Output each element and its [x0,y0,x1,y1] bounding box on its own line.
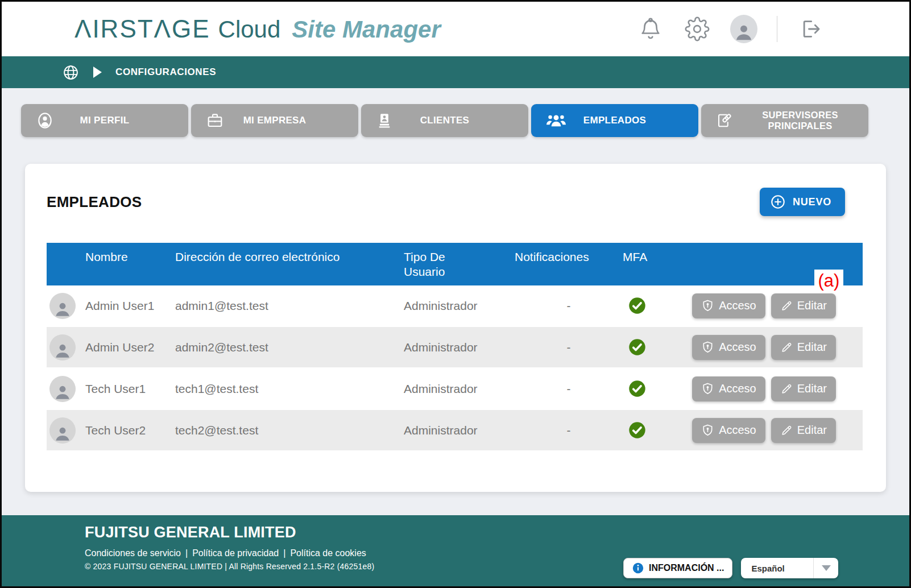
table-row: Admin User2 admin2@test.test Administrad… [47,327,863,368]
cell-email: tech2@test.test [175,424,404,437]
cell-notifications: - [515,299,623,313]
privacy-link[interactable]: Política de privacidad [192,548,279,558]
table-row: Tech User2 tech2@test.test Administrador… [47,410,863,452]
employees-table: Nombre Dirección de correo electrónico T… [47,243,863,452]
employees-card: EMPLEADOS NUEVO Nombre Dirección de corr… [25,164,886,492]
avatar [730,15,757,43]
row-avatar [49,376,76,402]
mfa-check-icon [628,338,646,356]
row-avatar [49,417,76,444]
cell-mfa [623,338,699,356]
breadcrumb-arrow-icon [93,67,102,78]
cell-mfa [623,297,699,314]
table-header-row: Nombre Dirección de correo electrónico T… [47,243,863,285]
id-card-icon [376,112,393,129]
app-window: ΛIRSTΛGE Cloud Site Manager [0,0,911,588]
logout-icon[interactable] [797,15,824,43]
mfa-check-icon [628,380,646,397]
link-separator: | [185,548,188,558]
footer-links: Condiciones de servicio | Política de pr… [85,548,909,558]
logo-cloud: Cloud [218,16,281,43]
language-caret-box[interactable] [813,558,838,578]
section-tabs: MI PERFIL MI EMPRESA [2,88,909,137]
cell-actions: Acceso Editar [699,376,863,401]
footer-company-logo: FUJITSU GENERAL LIMITED [85,524,909,541]
edit-button[interactable]: Editar [771,293,836,318]
cell-mfa [623,421,699,439]
notifications-bell-icon[interactable] [637,15,664,43]
user-avatar[interactable] [730,15,757,43]
info-icon [632,562,644,574]
briefcase-icon [206,111,224,130]
row-avatar [49,293,76,319]
access-label: Acceso [719,299,756,312]
footer-controls: INFORMACIÓN ... Español [623,558,838,578]
information-label: INFORMACIÓN ... [649,563,724,573]
globe-icon[interactable] [62,64,80,81]
person-icon [732,20,755,43]
shield-icon [701,424,714,437]
link-edit-icon [716,112,734,130]
page-footer: FUJITSU GENERAL LIMITED Condiciones de s… [2,515,909,586]
top-header: ΛIRSTΛGE Cloud Site Manager [2,2,909,56]
cell-notifications: - [515,382,623,396]
cell-user-type: Administrador [404,382,515,396]
edit-button[interactable]: Editar [771,335,836,360]
new-button-label: NUEVO [793,196,831,208]
breadcrumb: CONFIGURACIONES [2,56,909,88]
col-mfa: MFA [623,243,699,285]
access-button[interactable]: Acceso [692,418,765,443]
pencil-icon [780,300,793,312]
access-label: Acceso [719,424,756,437]
mfa-check-icon [628,421,646,439]
access-button[interactable]: Acceso [692,293,765,318]
breadcrumb-label[interactable]: CONFIGURACIONES [115,67,216,78]
cell-user-type: Administrador [404,299,515,313]
shield-icon [701,299,714,312]
col-nombre: Nombre [85,243,175,285]
person-icon [52,299,73,319]
cell-name: Tech User2 [85,424,175,437]
annotation-marker-a: (a) [814,270,843,292]
language-select[interactable]: Español [741,558,838,578]
cell-user-type: Administrador [404,424,515,437]
edit-button[interactable]: Editar [771,376,836,401]
tab-clientes[interactable]: CLIENTES [361,104,528,137]
page-body: MI PERFIL MI EMPRESA [2,88,909,515]
app-logo: ΛIRSTΛGE Cloud Site Manager [74,15,441,43]
cell-user-type: Administrador [404,341,515,354]
tab-supervisores-principales[interactable]: SUPERVISORES PRINCIPALES [701,104,868,137]
cookies-link[interactable]: Política de cookies [290,548,366,558]
edit-label: Editar [797,299,827,312]
plus-circle-icon [770,194,786,210]
chevron-down-icon [822,565,831,571]
row-avatar [49,334,76,361]
cell-name: Admin User1 [85,299,175,313]
table-row: Admin User1 admin1@test.test Administrad… [47,285,863,327]
logo-airstage: ΛIRSTΛGE [74,15,210,43]
terms-link[interactable]: Condiciones de servicio [85,548,181,558]
cell-email: tech1@test.test [175,382,404,396]
new-employee-button[interactable]: NUEVO [760,188,845,216]
col-email: Dirección de correo electrónico [175,243,404,285]
edit-button[interactable]: Editar [771,418,836,443]
page-title: EMPLEADOS [47,193,142,211]
language-value: Español [741,564,813,573]
shield-icon [701,382,714,395]
access-button[interactable]: Acceso [692,376,765,401]
settings-gear-icon[interactable] [684,15,711,43]
col-notificaciones: Notificaciones [515,243,623,285]
information-button[interactable]: INFORMACIÓN ... [623,558,732,578]
tab-empleados[interactable]: EMPLEADOS [531,104,698,137]
tab-mi-perfil[interactable]: MI PERFIL [21,104,188,137]
access-label: Acceso [719,341,756,354]
header-actions [637,15,824,43]
mfa-check-icon [628,297,646,314]
access-button[interactable]: Acceso [692,335,765,360]
pencil-icon [780,424,793,437]
person-icon [52,340,73,361]
cell-notifications: - [515,424,623,437]
cell-email: admin2@test.test [175,341,404,354]
person-icon [52,423,73,444]
tab-mi-empresa[interactable]: MI EMPRESA [191,104,358,137]
